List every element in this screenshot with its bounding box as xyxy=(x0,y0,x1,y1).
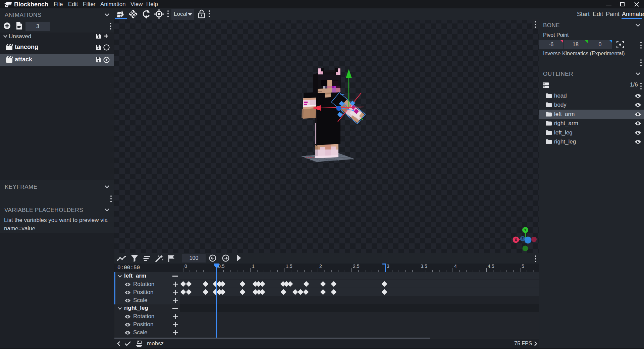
svg-text:2: 2 xyxy=(319,264,322,269)
svg-text:3: 3 xyxy=(387,264,389,269)
svg-text:2.5: 2.5 xyxy=(353,264,360,269)
svg-text:1: 1 xyxy=(252,264,255,269)
svg-text:4: 4 xyxy=(454,264,457,269)
svg-text:1.5: 1.5 xyxy=(286,264,292,269)
svg-text:X: X xyxy=(515,238,517,242)
svg-text:4.5: 4.5 xyxy=(488,264,494,269)
svg-text:3.5: 3.5 xyxy=(421,264,427,269)
svg-text:Y: Y xyxy=(524,228,527,232)
svg-text:0: 0 xyxy=(184,264,187,269)
svg-text:Z: Z xyxy=(522,237,524,241)
svg-text:5: 5 xyxy=(522,264,524,269)
